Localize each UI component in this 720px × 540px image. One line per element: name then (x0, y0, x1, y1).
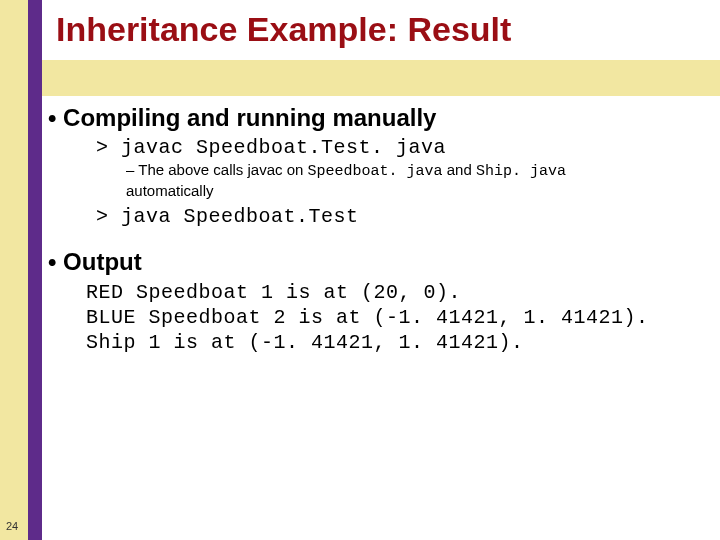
compile-note: – The above calls javac on Speedboat. ja… (126, 161, 708, 201)
slide-title: Inheritance Example: Result (56, 10, 511, 49)
run-command: > java Speedboat.Test (96, 205, 708, 228)
slide-content: Compiling and running manually > javac S… (48, 104, 708, 355)
title-band (42, 60, 720, 96)
section1-heading: Compiling and running manually (48, 104, 708, 132)
page-number: 24 (6, 520, 18, 532)
note-mid: and (443, 161, 476, 178)
note-code2: Ship. java (476, 163, 566, 180)
section2-heading: Output (48, 248, 708, 276)
note-prefix: – The above calls javac on (126, 161, 308, 178)
note-suffix: automatically (126, 182, 214, 199)
output-text: RED Speedboat 1 is at (20, 0). BLUE Spee… (86, 280, 708, 355)
note-code1: Speedboat. java (308, 163, 443, 180)
left-purple-stripe (28, 0, 42, 540)
compile-command: > javac Speedboat.Test. java (96, 136, 708, 159)
